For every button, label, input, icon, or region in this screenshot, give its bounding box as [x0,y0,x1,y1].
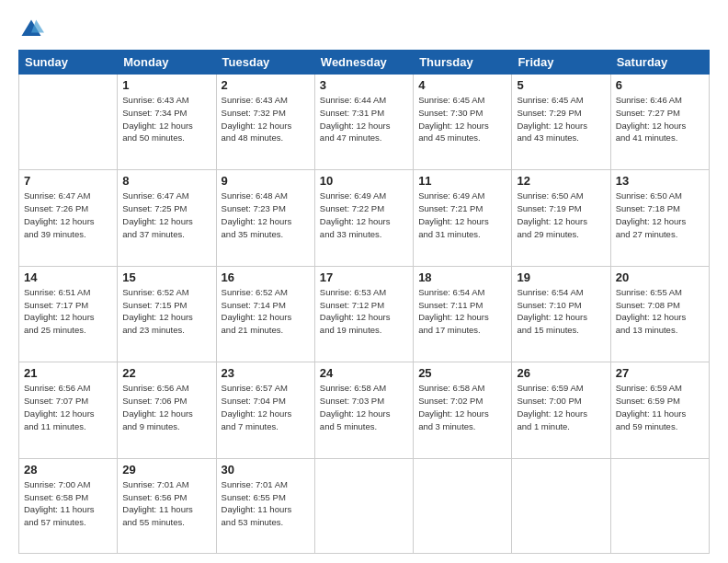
day-number: 27 [616,366,704,380]
day-info: Sunrise: 6:44 AM Sunset: 7:31 PM Dayligh… [320,94,408,144]
calendar-cell: 5Sunrise: 6:45 AM Sunset: 7:29 PM Daylig… [512,75,610,170]
day-number: 4 [418,78,506,92]
day-info: Sunrise: 6:49 AM Sunset: 7:21 PM Dayligh… [418,190,506,240]
day-info: Sunrise: 6:48 AM Sunset: 7:23 PM Dayligh… [222,190,310,240]
calendar-header-row: SundayMondayTuesdayWednesdayThursdayFrid… [19,51,710,75]
day-info: Sunrise: 6:50 AM Sunset: 7:19 PM Dayligh… [517,190,605,240]
day-number: 22 [122,366,210,380]
day-number: 15 [122,270,210,284]
day-info: Sunrise: 6:52 AM Sunset: 7:14 PM Dayligh… [222,286,310,337]
day-number: 30 [222,463,310,477]
day-number: 26 [517,366,605,380]
calendar-cell: 23Sunrise: 6:57 AM Sunset: 7:04 PM Dayli… [216,362,314,458]
calendar-cell: 13Sunrise: 6:50 AM Sunset: 7:18 PM Dayli… [610,170,709,266]
calendar-cell [610,458,709,553]
calendar-cell: 26Sunrise: 6:59 AM Sunset: 7:00 PM Dayli… [512,362,610,458]
col-header-wednesday: Wednesday [314,51,413,75]
calendar-cell: 12Sunrise: 6:50 AM Sunset: 7:19 PM Dayli… [512,170,610,266]
day-number: 14 [24,270,112,284]
calendar-cell [314,458,413,553]
calendar-week-row: 1Sunrise: 6:43 AM Sunset: 7:34 PM Daylig… [19,75,710,170]
day-info: Sunrise: 6:50 AM Sunset: 7:18 PM Dayligh… [616,190,704,240]
calendar-cell: 7Sunrise: 6:47 AM Sunset: 7:26 PM Daylig… [19,170,118,266]
header [18,17,710,42]
day-number: 2 [222,78,310,92]
day-number: 13 [616,174,704,188]
day-info: Sunrise: 6:58 AM Sunset: 7:02 PM Dayligh… [418,382,506,432]
calendar-table: SundayMondayTuesdayWednesdayThursdayFrid… [18,50,710,554]
day-info: Sunrise: 6:58 AM Sunset: 7:03 PM Dayligh… [320,382,408,432]
calendar-cell: 17Sunrise: 6:53 AM Sunset: 7:12 PM Dayli… [314,266,413,362]
day-info: Sunrise: 6:54 AM Sunset: 7:11 PM Dayligh… [418,286,506,337]
calendar-cell [512,458,610,553]
day-info: Sunrise: 7:00 AM Sunset: 6:58 PM Dayligh… [24,478,112,529]
calendar-cell: 20Sunrise: 6:55 AM Sunset: 7:08 PM Dayli… [610,266,709,362]
day-info: Sunrise: 6:43 AM Sunset: 7:32 PM Dayligh… [222,94,310,144]
day-info: Sunrise: 6:52 AM Sunset: 7:15 PM Dayligh… [122,286,210,337]
col-header-saturday: Saturday [610,51,709,75]
day-number: 25 [418,366,506,380]
day-number: 12 [517,174,605,188]
day-number: 10 [320,174,408,188]
day-info: Sunrise: 6:59 AM Sunset: 6:59 PM Dayligh… [616,382,704,432]
day-number: 9 [222,174,310,188]
day-number: 28 [24,463,112,477]
calendar-cell: 2Sunrise: 6:43 AM Sunset: 7:32 PM Daylig… [216,75,314,170]
calendar-cell: 15Sunrise: 6:52 AM Sunset: 7:15 PM Dayli… [118,266,216,362]
calendar-cell: 30Sunrise: 7:01 AM Sunset: 6:55 PM Dayli… [216,458,314,553]
day-info: Sunrise: 6:54 AM Sunset: 7:10 PM Dayligh… [517,286,605,337]
calendar-cell: 28Sunrise: 7:00 AM Sunset: 6:58 PM Dayli… [19,458,118,553]
day-info: Sunrise: 7:01 AM Sunset: 6:55 PM Dayligh… [222,478,310,529]
day-number: 8 [122,174,210,188]
day-number: 17 [320,270,408,284]
calendar-cell: 14Sunrise: 6:51 AM Sunset: 7:17 PM Dayli… [19,266,118,362]
day-info: Sunrise: 6:53 AM Sunset: 7:12 PM Dayligh… [320,286,408,337]
day-number: 11 [418,174,506,188]
calendar-cell: 9Sunrise: 6:48 AM Sunset: 7:23 PM Daylig… [216,170,314,266]
day-number: 29 [122,463,210,477]
day-info: Sunrise: 6:45 AM Sunset: 7:30 PM Dayligh… [418,94,506,144]
day-info: Sunrise: 6:47 AM Sunset: 7:25 PM Dayligh… [122,190,210,240]
day-number: 23 [222,366,310,380]
calendar-cell: 8Sunrise: 6:47 AM Sunset: 7:25 PM Daylig… [118,170,216,266]
calendar-cell: 24Sunrise: 6:58 AM Sunset: 7:03 PM Dayli… [314,362,413,458]
day-number: 7 [24,174,112,188]
logo-icon [18,17,44,42]
calendar-cell: 3Sunrise: 6:44 AM Sunset: 7:31 PM Daylig… [314,75,413,170]
day-number: 24 [320,366,408,380]
calendar-cell: 11Sunrise: 6:49 AM Sunset: 7:21 PM Dayli… [414,170,512,266]
day-info: Sunrise: 7:01 AM Sunset: 6:56 PM Dayligh… [122,478,210,529]
page: SundayMondayTuesdayWednesdayThursdayFrid… [0,0,728,563]
calendar-cell [19,75,118,170]
calendar-cell: 6Sunrise: 6:46 AM Sunset: 7:27 PM Daylig… [610,75,709,170]
day-number: 21 [24,366,112,380]
col-header-friday: Friday [512,51,610,75]
day-info: Sunrise: 6:57 AM Sunset: 7:04 PM Dayligh… [222,382,310,432]
calendar-week-row: 21Sunrise: 6:56 AM Sunset: 7:07 PM Dayli… [19,362,710,458]
calendar-week-row: 14Sunrise: 6:51 AM Sunset: 7:17 PM Dayli… [19,266,710,362]
calendar-cell: 29Sunrise: 7:01 AM Sunset: 6:56 PM Dayli… [118,458,216,553]
calendar-week-row: 28Sunrise: 7:00 AM Sunset: 6:58 PM Dayli… [19,458,710,553]
col-header-tuesday: Tuesday [216,51,314,75]
calendar-cell: 18Sunrise: 6:54 AM Sunset: 7:11 PM Dayli… [414,266,512,362]
day-number: 18 [418,270,506,284]
day-info: Sunrise: 6:47 AM Sunset: 7:26 PM Dayligh… [24,190,112,240]
day-info: Sunrise: 6:55 AM Sunset: 7:08 PM Dayligh… [616,286,704,337]
day-number: 6 [616,78,704,92]
calendar-cell: 19Sunrise: 6:54 AM Sunset: 7:10 PM Dayli… [512,266,610,362]
col-header-sunday: Sunday [19,51,118,75]
calendar-cell: 4Sunrise: 6:45 AM Sunset: 7:30 PM Daylig… [414,75,512,170]
day-number: 1 [122,78,210,92]
calendar-cell: 22Sunrise: 6:56 AM Sunset: 7:06 PM Dayli… [118,362,216,458]
day-info: Sunrise: 6:46 AM Sunset: 7:27 PM Dayligh… [616,94,704,144]
day-info: Sunrise: 6:59 AM Sunset: 7:00 PM Dayligh… [517,382,605,432]
day-number: 20 [616,270,704,284]
calendar-cell: 21Sunrise: 6:56 AM Sunset: 7:07 PM Dayli… [19,362,118,458]
calendar-cell: 25Sunrise: 6:58 AM Sunset: 7:02 PM Dayli… [414,362,512,458]
day-info: Sunrise: 6:51 AM Sunset: 7:17 PM Dayligh… [24,286,112,337]
day-info: Sunrise: 6:49 AM Sunset: 7:22 PM Dayligh… [320,190,408,240]
day-number: 16 [222,270,310,284]
day-info: Sunrise: 6:43 AM Sunset: 7:34 PM Dayligh… [122,94,210,144]
calendar-week-row: 7Sunrise: 6:47 AM Sunset: 7:26 PM Daylig… [19,170,710,266]
day-info: Sunrise: 6:56 AM Sunset: 7:06 PM Dayligh… [122,382,210,432]
